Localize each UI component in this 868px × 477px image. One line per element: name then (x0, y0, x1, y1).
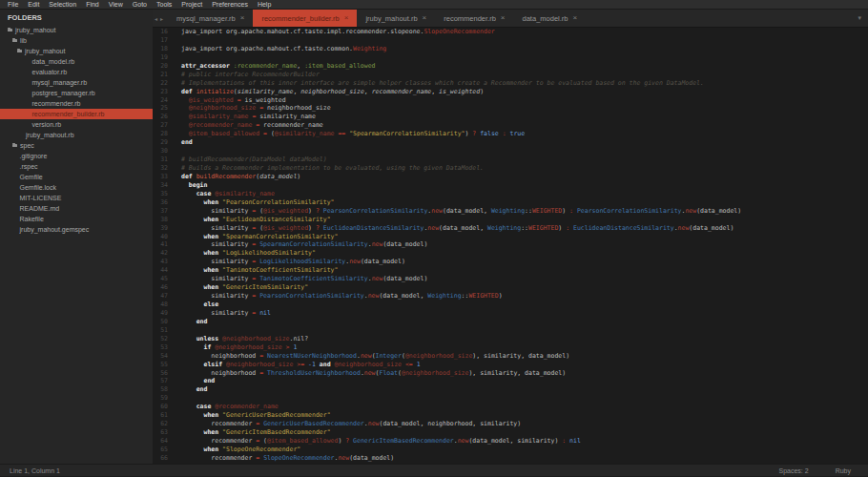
code-line[interactable]: 58 end (153, 385, 868, 394)
code-line[interactable]: 23def initialize(similarity_name, neighb… (153, 88, 868, 96)
code-line[interactable]: 17 (153, 36, 868, 45)
code-line[interactable]: 29end (153, 138, 868, 147)
code-line[interactable]: 62 recommender = GenericUserBasedRecomme… (153, 420, 868, 428)
code-line[interactable]: 42 when "LogLikelihoodSimilarity" (153, 249, 868, 258)
code-line[interactable]: 38 when "EuclideanDistanceSimilarity" (153, 216, 868, 224)
code-line[interactable]: 44 when "TanimotoCoefficientSimilarity" (153, 266, 868, 275)
menu-item-file[interactable]: File (3, 0, 23, 10)
tab-overflow-icon[interactable]: ▾ (851, 14, 868, 22)
code-line[interactable]: 16java_import org.apache.mahout.cf.taste… (153, 28, 868, 36)
code-line[interactable]: 34 begin (153, 181, 868, 190)
sidebar-item-.gitignore[interactable]: .gitignore (0, 151, 153, 161)
sidebar-item-README.md[interactable]: README.md (0, 203, 153, 214)
code-line[interactable]: 48 else (153, 301, 868, 309)
sidebar-item-Gemfile.lock[interactable]: Gemfile.lock (0, 182, 153, 193)
code-line[interactable]: 21# public interface RecommenderBuilder (153, 71, 868, 79)
code-line[interactable]: 51 (153, 326, 868, 335)
code-line[interactable]: 22# Implementations of this inner interf… (153, 79, 868, 88)
code-line[interactable]: 46 when "GenericItemSimilarity" (153, 283, 868, 292)
sidebar-item-.rspec[interactable]: .rspec (0, 161, 153, 172)
sidebar-item-version.rb[interactable]: version.rb (0, 119, 153, 130)
code-line[interactable]: 49 similarity = nil (153, 309, 868, 318)
code-line[interactable]: 32# Builds a Recommender implementation … (153, 164, 868, 173)
code-editor[interactable]: 16java_import org.apache.mahout.cf.taste… (153, 28, 868, 464)
code-line[interactable]: 25 @neighborhood_size = neighborhood_siz… (153, 104, 868, 113)
code-line[interactable]: 61 when "GenericUserBasedRecommender" (153, 411, 868, 420)
code-line[interactable]: 30 (153, 147, 868, 156)
code-line[interactable]: 40 when "SpearmanCorrelationSimilarity" (153, 233, 868, 241)
menu-item-selection[interactable]: Selection (44, 0, 81, 10)
code-line[interactable]: 27 @recommender_name = recommender_name (153, 121, 868, 130)
menu-item-project[interactable]: Project (176, 0, 207, 10)
code-line[interactable]: 37 similarity = (@is_weighted) ? Pearson… (153, 207, 868, 216)
menu-item-edit[interactable]: Edit (23, 0, 44, 10)
menu-item-preferences[interactable]: Preferences (207, 0, 253, 10)
sidebar-item-jruby_mahout[interactable]: jruby_mahout (0, 25, 153, 35)
sidebar-item-mysql_manager.rb[interactable]: mysql_manager.rb (0, 77, 153, 88)
tab-scroll-left-icon[interactable]: ◂ (155, 15, 157, 22)
code-line[interactable]: 63 when "GenericItemBasedRecommender" (153, 428, 868, 437)
tab-close-icon[interactable]: × (423, 14, 427, 22)
sidebar-item-evaluator.rb[interactable]: evaluator.rb (0, 67, 153, 77)
code-line[interactable]: 57 end (153, 377, 868, 385)
code-line[interactable]: 47 similarity = PearsonCorrelationSimila… (153, 292, 868, 301)
tab-mysql_manager.rb[interactable]: mysql_manager.rb× (168, 10, 253, 27)
code-line[interactable]: 41 similarity = SpearmanCorrelationSimil… (153, 240, 868, 249)
menu-item-help[interactable]: Help (253, 0, 276, 10)
tab-recommender.rb[interactable]: recommender.rb× (435, 10, 513, 27)
code-line[interactable]: 53 if @neighborhood_size > 1 (153, 343, 868, 352)
tab-jruby_mahout.rb[interactable]: jruby_mahout.rb× (357, 10, 435, 27)
tab-close-icon[interactable]: × (501, 14, 506, 22)
code-line[interactable]: 31# buildRecommender(DataModel dataModel… (153, 156, 868, 164)
code-line[interactable]: 35 case @similarity_name (153, 190, 868, 198)
tab-close-icon[interactable]: × (240, 14, 245, 22)
code-line[interactable]: 66 recommender = SlopeOneRecommender.new… (153, 454, 868, 463)
menu-item-goto[interactable]: Goto (128, 0, 152, 10)
cursor-position[interactable]: Line 1, Column 1 (10, 467, 60, 474)
code-line[interactable]: 65 when "SlopeOneRecommender" (153, 446, 868, 454)
tab-scroll-right-icon[interactable]: ▸ (160, 15, 163, 22)
code-line[interactable]: 54 neighborhood = NearestNUserNeighborho… (153, 352, 868, 361)
code-line[interactable]: 20attr_accessor :recommender_name, :item… (153, 62, 868, 71)
sidebar-item-recommender.rb[interactable]: recommender.rb (0, 98, 153, 109)
code-line[interactable]: 45 similarity = TanimotoCoefficientSimil… (153, 275, 868, 283)
code-line[interactable]: 39 similarity = (@is_weighted) ? Euclide… (153, 224, 868, 233)
line-number: 24 (153, 96, 168, 105)
code-line[interactable]: 64 recommender = (@item_based_allowed) ?… (153, 437, 868, 446)
code-line[interactable]: 59 (153, 394, 868, 403)
code-line[interactable]: 55 elsif @neighborhood_size >= -1 and @n… (153, 361, 868, 369)
code-line[interactable]: 36 when "PearsonCorrelationSimilarity" (153, 198, 868, 207)
code-line[interactable]: 28 @item_based_allowed = (@similarity_na… (153, 130, 868, 138)
tab-recommender_builder.rb[interactable]: recommender_builder.rb× (253, 10, 357, 27)
sidebar-item-Rakefile[interactable]: Rakefile (0, 214, 153, 224)
code-line[interactable]: 67 else (153, 463, 868, 464)
sidebar-item-MIT-LICENSE[interactable]: MIT-LICENSE (0, 193, 153, 203)
code-line[interactable]: 18java_import org.apache.mahout.cf.taste… (153, 45, 868, 53)
code-line[interactable]: 43 similarity = LogLikelihoodSimilarity.… (153, 258, 868, 266)
menu-item-find[interactable]: Find (81, 0, 104, 10)
syntax-mode[interactable]: Ruby (836, 467, 851, 474)
code-line[interactable]: 56 neighborhood = ThresholdUserNeighborh… (153, 369, 868, 378)
menu-item-tools[interactable]: Tools (152, 0, 176, 10)
code-line[interactable]: 19 (153, 53, 868, 62)
code-line[interactable]: 33def buildRecommender(data_model) (153, 173, 868, 181)
code-line[interactable]: 50 end (153, 318, 868, 326)
sidebar-item-recommender_builder.rb[interactable]: recommender_builder.rb (0, 109, 153, 119)
tab-close-icon[interactable]: × (572, 14, 577, 22)
sidebar-item-jruby_mahout.rb[interactable]: jruby_mahout.rb (0, 130, 153, 140)
code-line[interactable]: 52 unless @neighborhood_size.nil? (153, 335, 868, 343)
sidebar-item-data_model.rb[interactable]: data_model.rb (0, 56, 153, 67)
sidebar-item-lib[interactable]: lib (0, 35, 153, 46)
tab-data_model.rb[interactable]: data_model.rb× (514, 10, 587, 27)
indentation-setting[interactable]: Spaces: 2 (779, 467, 809, 474)
sidebar-item-postgres_manager.rb[interactable]: postgres_manager.rb (0, 88, 153, 98)
code-line[interactable]: 26 @similarity_name = similarity_name (153, 113, 868, 121)
sidebar-item-jruby_mahout[interactable]: jruby_mahout (0, 46, 153, 56)
sidebar-item-jruby_mahout.gemspec[interactable]: jruby_mahout.gemspec (0, 224, 153, 235)
code-line[interactable]: 60 case @recommender_name (153, 403, 868, 411)
sidebar-item-Gemfile[interactable]: Gemfile (0, 172, 153, 182)
menu-item-view[interactable]: View (104, 0, 128, 10)
tab-close-icon[interactable]: × (344, 14, 349, 22)
code-line[interactable]: 24 @is_weighted = is_weighted (153, 96, 868, 105)
sidebar-item-spec[interactable]: spec (0, 140, 153, 151)
